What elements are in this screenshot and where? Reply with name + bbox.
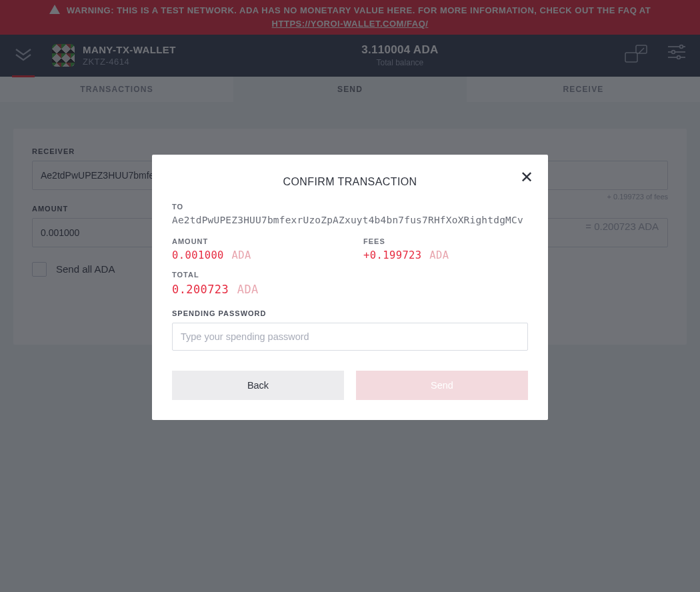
modal-total-value: 0.200723 ADA — [172, 283, 528, 296]
back-button[interactable]: Back — [172, 371, 344, 400]
send-button[interactable]: Send — [356, 371, 528, 400]
spending-password-label: SPENDING PASSWORD — [172, 309, 528, 317]
spending-password-input[interactable] — [172, 323, 528, 351]
modal-title: CONFIRM TRANSACTION — [172, 176, 528, 188]
modal-amount-value: 0.001000 ADA — [172, 249, 337, 261]
modal-overlay[interactable]: CONFIRM TRANSACTION ✕ TO Ae2tdPwUPEZ3HUU… — [0, 0, 700, 592]
close-icon[interactable]: ✕ — [520, 169, 533, 185]
modal-amount-unit: ADA — [232, 249, 251, 261]
confirm-transaction-modal: CONFIRM TRANSACTION ✕ TO Ae2tdPwUPEZ3HUU… — [152, 155, 548, 420]
modal-fees-num: +0.199723 — [363, 249, 422, 261]
modal-total-label: TOTAL — [172, 271, 528, 279]
modal-fees-label: FEES — [363, 237, 528, 245]
modal-amount-num: 0.001000 — [172, 249, 224, 261]
modal-to-address: Ae2tdPwUPEZ3HUU7bmfexrUzoZpAZxuyt4b4bn7f… — [172, 215, 528, 225]
modal-total-unit: ADA — [237, 283, 259, 296]
modal-to-label: TO — [172, 203, 528, 211]
modal-fees-value: +0.199723 ADA — [363, 249, 528, 261]
modal-fees-unit: ADA — [429, 249, 449, 261]
modal-amount-label: AMOUNT — [172, 237, 337, 245]
modal-total-num: 0.200723 — [172, 283, 229, 296]
